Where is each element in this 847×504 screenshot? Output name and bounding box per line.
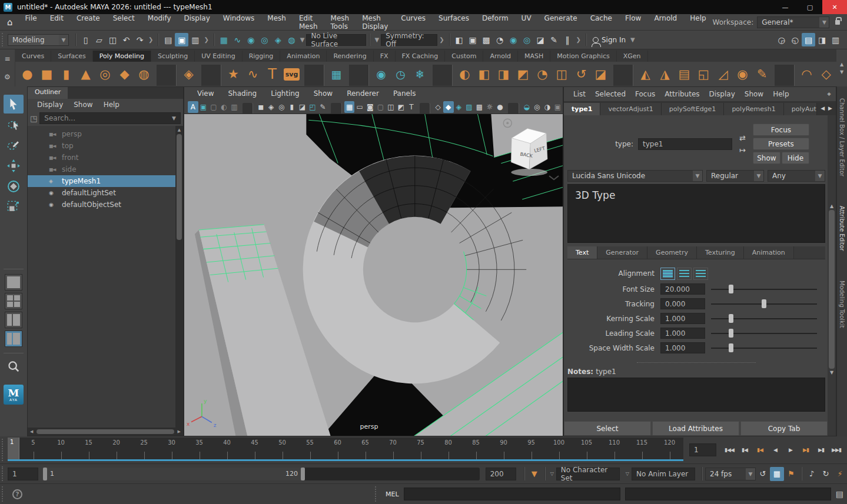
timeline-tick[interactable]: 15 [75,438,102,459]
render-settings-icon[interactable]: ◔ [493,33,507,46]
menu-item[interactable]: Select [107,14,141,31]
select-highlight-icon[interactable]: ▣ [198,101,209,113]
attribute-editor-menu-item[interactable]: List [569,90,590,98]
shelf-tab[interactable]: Rigging [243,51,281,62]
poly-cone-icon[interactable]: ▲ [76,64,95,85]
sign-in-button[interactable]: Sign In ▼ [589,36,640,44]
ae-tab-type1[interactable]: type1 [564,103,600,115]
menu-item[interactable]: Edit Mesh [293,14,324,31]
lasso-tool[interactable] [4,115,24,134]
attribute-slider[interactable] [711,313,817,324]
font-style-dropdown[interactable]: Regular ▼ [706,170,764,182]
poly-cylinder-icon[interactable]: ▮ [57,64,76,85]
load-attributes-button[interactable]: Load Attributes [652,421,739,436]
expand-chevron-icon[interactable]: ❯ [574,36,583,43]
outliner-item-top[interactable]: ◼◄ top [28,140,175,152]
symmetry-field[interactable]: Symmetry: Off [381,34,437,46]
drag-handle[interactable] [2,486,6,502]
camera-attributes-icon[interactable]: ◎ [277,101,287,113]
select-button[interactable]: Select [564,421,651,436]
type-tool-icon[interactable]: T [263,64,282,85]
timeline-tick[interactable]: 85 [462,438,490,459]
extrude-icon[interactable]: ◭ [636,64,655,85]
anti-alias-icon[interactable]: A [188,101,198,113]
wireframe-mode-icon[interactable]: ◇ [433,101,443,113]
character-controls-icon[interactable]: ◶ [775,33,788,46]
poly-pyramid-icon[interactable]: ◆ [115,64,134,85]
drag-handle[interactable] [2,466,6,481]
expand-chevron-icon[interactable]: ❯ [202,36,210,43]
snap-projected-center-icon[interactable]: ◎ [258,33,271,46]
flip-icon[interactable]: ↺ [572,64,591,85]
select-object-mode-icon[interactable]: ▣ [175,33,188,46]
menu-item[interactable]: File [19,14,44,31]
selection-outline-icon[interactable]: ▢ [208,101,219,113]
render-setup-icon[interactable]: ◪ [534,33,547,46]
shelf-scroll-up-icon[interactable]: ▲ [840,62,843,67]
isolate-select-icon[interactable]: ◎ [532,101,542,113]
next-key-button[interactable]: ▶▮ [799,443,813,457]
move-tool[interactable] [4,156,24,175]
redo-icon[interactable]: ↷ [133,33,147,46]
scroll-left-icon[interactable]: ◀ [28,429,35,434]
timeline-tick[interactable]: 20 [102,438,130,459]
slider-handle[interactable] [762,299,766,308]
timeline-tick[interactable]: 70 [379,438,407,459]
wire-color-icon[interactable]: ◐ [219,101,230,113]
paint-effects-icon[interactable]: ✎ [547,33,561,46]
reset-transform-icon[interactable]: ❄ [410,64,430,85]
outliner-menu-item[interactable]: Show [69,101,97,109]
select-component-mode-icon[interactable]: ▥ [188,33,202,46]
character-set-dropdown[interactable]: No Character Set [556,468,620,480]
playback-options-icon[interactable]: ▦ [770,467,784,481]
shadows-icon[interactable]: ● [495,101,506,113]
quad-draw-icon[interactable]: ✎ [752,64,772,85]
menu-item[interactable]: Mesh Tools [324,14,356,31]
shelf-tab[interactable]: Motion Graphics [550,51,616,62]
shelf-tab[interactable]: FX Caching [396,51,446,62]
menu-item[interactable]: Curves [394,14,432,31]
live-surface-field[interactable]: No Live Surface [306,34,366,46]
timeline-tick[interactable]: 115 [628,438,656,459]
zoom-magnifier-icon[interactable] [4,357,24,376]
type-name-field[interactable]: type1 [638,138,732,150]
drag-handle[interactable] [375,486,379,502]
paint-select-tool[interactable] [4,136,24,155]
shelf-tab[interactable]: Curves [15,51,51,62]
timeline-tick[interactable]: 100 [545,438,573,459]
viewport-menu-item[interactable]: Lighting [264,89,307,98]
shelf-tab[interactable]: Poly Modeling [93,51,151,62]
font-filter-dropdown[interactable]: Any ▼ [768,170,825,182]
duplicate-face-icon[interactable]: ◪ [591,64,610,85]
grease-pencil-icon[interactable]: ✎ [318,101,328,113]
timeline-tick[interactable]: 75 [407,438,434,459]
presets-button[interactable]: Presets [753,138,809,150]
scroll-up-icon[interactable]: ▲ [178,126,181,134]
timeline-track[interactable]: 1 51015202530354045505560657075808590951… [8,438,683,461]
playback-range[interactable]: 1 120 [43,468,305,480]
helix-icon[interactable]: ∿ [243,64,263,85]
bridge-icon[interactable]: ▤ [675,64,694,85]
step-back-button[interactable]: ▮◀ [738,443,752,457]
ae-tab-polyRemesh1[interactable]: polyRemesh1 [724,103,783,115]
attribute-editor-menu-item[interactable]: Attributes [660,90,704,98]
new-scene-icon[interactable]: ▯ [79,33,92,46]
minimize-button[interactable]: — [773,0,798,14]
subtab-generator[interactable]: Generator [597,246,647,259]
open-scene-icon[interactable]: ▱ [92,33,106,46]
lights-icon[interactable]: ☼ [484,101,495,113]
make-live-icon[interactable]: ◍ [285,33,298,46]
attribute-slider[interactable] [711,283,817,295]
two-pane-layout-button[interactable] [5,312,22,328]
go-to-end-button[interactable]: ▶▶▮ [829,443,843,457]
ipr-render-icon[interactable]: ▩ [480,33,493,46]
step-forward-button[interactable]: ▶▮ [814,443,828,457]
timeline-tick[interactable]: 120 [656,438,683,459]
pan-zoom-2d-icon[interactable]: ◰ [307,101,318,113]
bevel-icon[interactable]: ◮ [655,64,675,85]
animation-end-field[interactable]: 200 [486,468,516,480]
scroll-down-icon[interactable]: ▼ [830,369,833,376]
menu-item[interactable]: Windows [217,14,261,31]
field-chart-icon[interactable]: ◫ [386,101,396,113]
menu-item[interactable]: Display [178,14,217,31]
